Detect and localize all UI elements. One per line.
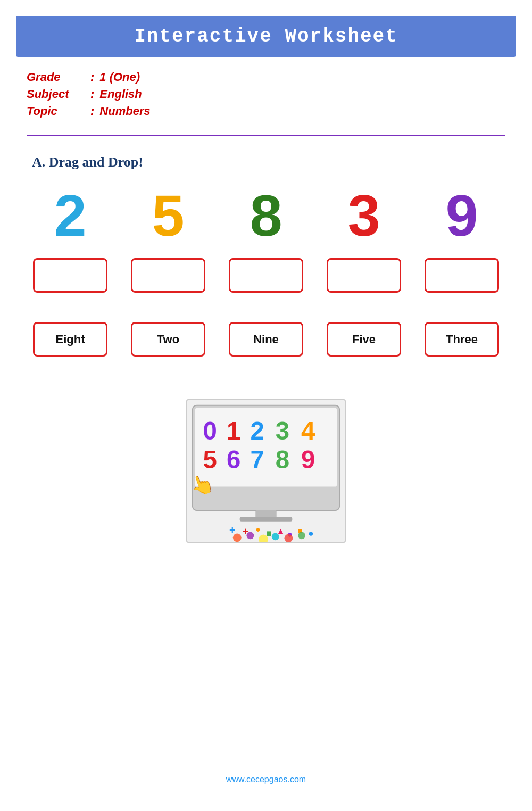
digit-9: 9: [422, 186, 502, 245]
subject-label: Subject: [27, 87, 90, 101]
svg-text:●: ●: [255, 525, 261, 534]
dropboxes-row: [0, 255, 532, 295]
drop-box-3[interactable]: [229, 258, 303, 293]
info-section: Grade : 1 (One) Subject : English Topic …: [0, 57, 532, 129]
grade-row: Grade : 1 (One): [27, 70, 505, 84]
svg-text:9: 9: [301, 445, 315, 474]
subject-row: Subject : English: [27, 87, 505, 101]
numbers-svg: 0 1 2 3 4 5 6 7 8 9 👆 + + ● ■ ▲ ● ■ ●: [187, 399, 345, 543]
digit-2: 2: [30, 186, 110, 245]
footer-url: www.cecepgaos.com: [226, 775, 306, 784]
word-card-three[interactable]: Three: [425, 322, 499, 357]
digit-8: 8: [226, 186, 306, 245]
topic-value: Numbers: [99, 104, 150, 118]
digit-3: 3: [324, 186, 404, 245]
svg-text:3: 3: [276, 417, 289, 445]
section-a-title: A. Drag and Drop!: [0, 149, 532, 181]
digit-5: 5: [128, 186, 208, 245]
svg-rect-12: [255, 510, 276, 518]
topic-row: Topic : Numbers: [27, 104, 505, 118]
drop-box-2[interactable]: [131, 258, 205, 293]
svg-text:5: 5: [203, 445, 217, 474]
numbers-row: 2 5 8 3 9: [0, 181, 532, 250]
svg-text:8: 8: [276, 445, 289, 474]
svg-text:1: 1: [227, 417, 240, 445]
page-title: Interactive Worksheet: [134, 26, 398, 47]
wordcards-row: Eight Two Nine Five Three: [0, 317, 532, 362]
svg-text:2: 2: [250, 417, 264, 445]
numbers-board-image: 0 1 2 3 4 5 6 7 8 9 👆 + + ● ■ ▲ ● ■ ●: [186, 399, 346, 543]
grade-label: Grade: [27, 70, 90, 84]
svg-text:●: ●: [308, 528, 314, 539]
svg-point-23: [233, 533, 242, 542]
image-section: 0 1 2 3 4 5 6 7 8 9 👆 + + ● ■ ▲ ● ■ ●: [0, 388, 532, 553]
svg-point-24: [246, 532, 254, 539]
topic-label: Topic: [27, 104, 90, 118]
header-bar: Interactive Worksheet: [16, 16, 516, 57]
svg-text:0: 0: [203, 417, 217, 445]
word-card-eight[interactable]: Eight: [33, 322, 107, 357]
svg-point-27: [285, 534, 293, 542]
grade-colon: :: [90, 70, 94, 84]
svg-text:6: 6: [227, 445, 240, 474]
footer: www.cecepgaos.com: [0, 764, 532, 795]
grade-value: 1 (One): [99, 70, 140, 84]
subject-colon: :: [90, 87, 94, 101]
word-card-nine[interactable]: Nine: [229, 322, 303, 357]
svg-point-28: [298, 532, 305, 539]
word-card-five[interactable]: Five: [327, 322, 401, 357]
drop-box-1[interactable]: [33, 258, 107, 293]
section-divider: [27, 135, 505, 136]
svg-text:4: 4: [301, 417, 315, 445]
svg-point-26: [272, 533, 279, 540]
word-card-two[interactable]: Two: [131, 322, 205, 357]
svg-text:7: 7: [250, 445, 264, 474]
drop-box-4[interactable]: [327, 258, 401, 293]
subject-value: English: [99, 87, 142, 101]
drop-box-5[interactable]: [425, 258, 499, 293]
svg-rect-13: [240, 517, 293, 522]
topic-colon: :: [90, 104, 94, 118]
svg-text:+: +: [229, 524, 236, 536]
